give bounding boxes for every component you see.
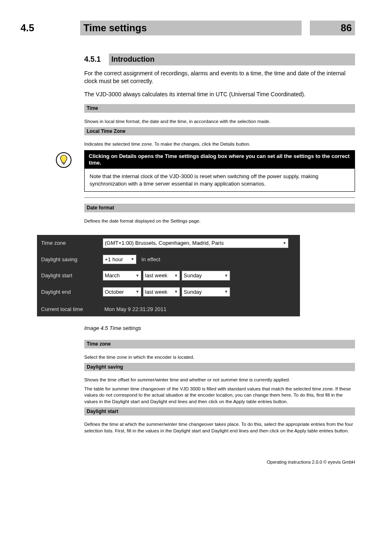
- daylight-saving-paragraph-1: Shows the time offset for summer/winter …: [84, 377, 355, 383]
- chevron-down-icon: ▼: [136, 289, 139, 294]
- daylight-start-month-select[interactable]: March ▼: [103, 271, 141, 281]
- date-format-paragraph: Defines the date format displayed on the…: [84, 218, 355, 225]
- daylight-start-week-select[interactable]: last week ▼: [143, 271, 180, 281]
- intro-paragraph-1: For the correct assignment of recordings…: [84, 70, 355, 85]
- daylight-end-week-value: last week: [145, 288, 167, 296]
- lightbulb-icon: [55, 152, 72, 168]
- daylight-start-row: Daylight start March ▼ last week ▼ Sunda…: [37, 267, 300, 284]
- daylight-saving-heading: Daylight saving: [84, 363, 355, 371]
- daylight-start-month-value: March: [105, 272, 120, 279]
- timezone-heading: Time zone: [84, 340, 355, 348]
- time-paragraph: Shows in local time format, the date and…: [84, 118, 355, 125]
- section-header: 4.5 Time settings 86: [21, 21, 355, 35]
- subsection-number: 4.5.1: [84, 54, 109, 64]
- daylight-end-day-value: Sunday: [184, 288, 202, 296]
- daylight-saving-label: Daylight saving: [41, 256, 103, 263]
- intro-paragraph-2: The VJD-3000 always calculates its inter…: [84, 91, 355, 98]
- timezone-select[interactable]: (GMT+1:00) Brussels, Copenhagen, Madrid,…: [103, 238, 288, 248]
- daylight-saving-select[interactable]: +1 hour ▼: [103, 255, 136, 265]
- current-local-time-row: Current local time Mon May 9 22:31:29 20…: [37, 302, 300, 316]
- daylight-start-heading: Daylight start: [84, 407, 355, 416]
- timezone-select-value: (GMT+1:00) Brussels, Copenhagen, Madrid,…: [105, 239, 224, 247]
- daylight-start-label: Daylight start: [41, 272, 103, 279]
- timezone-label: Time zone: [41, 239, 103, 247]
- chevron-down-icon: ▼: [131, 257, 134, 262]
- daylight-saving-row: Daylight saving +1 hour ▼ In effect: [37, 251, 300, 268]
- daylight-end-week-select[interactable]: last week ▼: [143, 287, 180, 297]
- daylight-start-week-value: last week: [145, 272, 167, 279]
- current-local-time-label: Current local time: [41, 306, 103, 313]
- current-local-time-value: Mon May 9 22:31:29 2011: [104, 306, 166, 313]
- page-number-top: 86: [310, 21, 355, 35]
- chevron-down-icon: ▼: [224, 289, 228, 294]
- daylight-start-day-select[interactable]: Sunday ▼: [182, 271, 230, 281]
- note-text: Note that the internal clock of the VJD-…: [85, 169, 355, 191]
- divider: [84, 197, 355, 198]
- daylight-start-day-value: Sunday: [184, 272, 202, 279]
- footer-right: Operating instructions 2.0.0 © eyevis Gm…: [21, 459, 355, 465]
- daylight-end-row: Daylight end October ▼ last week ▼ Sunda…: [37, 284, 300, 300]
- local-timezone-paragraph: Indicates the selected time zone. To mak…: [84, 141, 355, 148]
- daylight-start-paragraph: Defines the time at which the summer/win…: [84, 421, 355, 434]
- daylight-end-month-value: October: [105, 288, 124, 296]
- daylight-end-month-select[interactable]: October ▼: [103, 287, 141, 297]
- chevron-down-icon: ▼: [174, 289, 178, 294]
- timezone-paragraph: Select the time zone in which the encode…: [84, 354, 355, 361]
- note-heading: Clicking on Details opens the Time setti…: [85, 151, 355, 169]
- daylight-end-label: Daylight end: [41, 288, 103, 296]
- chevron-down-icon: ▼: [224, 273, 228, 278]
- daylight-end-day-select[interactable]: Sunday ▼: [182, 287, 230, 297]
- section-number: 4.5: [21, 21, 80, 35]
- subsection-title: Introduction: [109, 53, 355, 65]
- chevron-down-icon: ▼: [283, 241, 286, 246]
- note-box: Clicking on Details opens the Time setti…: [55, 150, 355, 192]
- chevron-down-icon: ▼: [174, 273, 178, 278]
- timezone-row: Time zone (GMT+1:00) Brussels, Copenhage…: [37, 235, 300, 251]
- image-caption: Image 4.5 Time settings: [84, 325, 355, 332]
- timezone-settings-panel: Time zone (GMT+1:00) Brussels, Copenhage…: [37, 235, 300, 316]
- daylight-saving-status: In effect: [141, 256, 160, 263]
- date-format-heading: Date format: [84, 204, 355, 212]
- time-heading: Time: [84, 104, 355, 112]
- subsection-header: 4.5.1 Introduction: [84, 53, 355, 65]
- local-timezone-heading: Local Time Zone: [84, 127, 355, 135]
- daylight-saving-paragraph-2: The table for summer time changeover of …: [84, 386, 355, 405]
- section-title: Time settings: [80, 21, 302, 35]
- daylight-saving-value: +1 hour: [105, 256, 123, 263]
- chevron-down-icon: ▼: [136, 273, 139, 278]
